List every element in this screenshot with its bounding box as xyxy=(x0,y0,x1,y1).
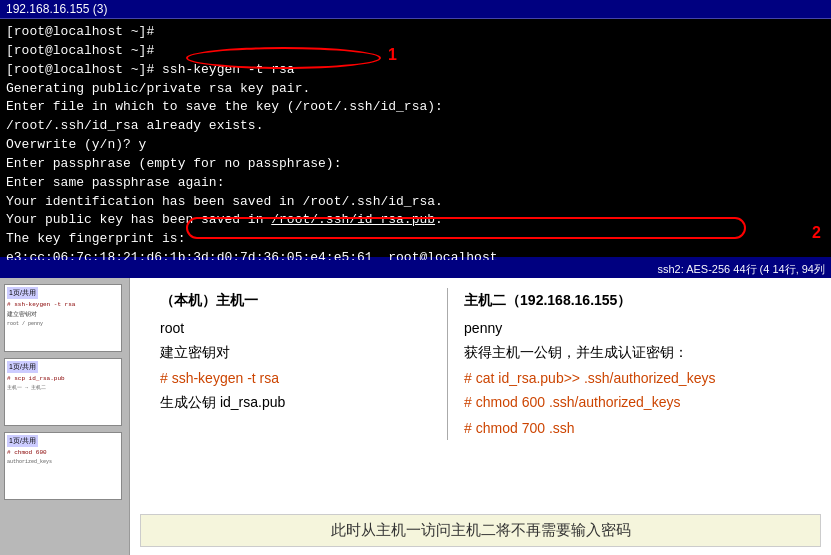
status-bar: ssh2: AES-256 44行 (4 14行, 94列 xyxy=(0,260,831,278)
row1-left: root xyxy=(150,316,447,340)
thumb-content-3: # chmod 600 authorized_keys xyxy=(5,447,121,467)
term-line-3: [root@localhost ~]# ssh-keygen -t rsa xyxy=(6,61,825,80)
annotation-number-1: 1 xyxy=(388,43,397,66)
status-text: ssh2: AES-256 44行 (4 14行, 94列 xyxy=(657,262,825,277)
thumb-label-1: 1页/共用 xyxy=(7,287,38,299)
thumb-content-2: # scp id_rsa.pub 主机一 → 主机二 xyxy=(5,373,121,393)
row2-left: 建立密钥对 xyxy=(150,340,447,366)
term-line-4: Generating public/private rsa key pair. xyxy=(6,80,825,99)
row3-left: # ssh-keygen -t rsa xyxy=(150,366,447,390)
term-line-8: Enter passphrase (empty for no passphras… xyxy=(6,155,825,174)
table-row: # chmod 700 .ssh xyxy=(150,416,811,440)
term-line-12: The key fingerprint is: xyxy=(6,230,825,249)
terminal-window: 192.168.16.155 (3) [root@localhost ~]# [… xyxy=(0,0,831,260)
term-line-7: Overwrite (y/n)? y xyxy=(6,136,825,155)
terminal-title: 192.168.16.155 (3) xyxy=(6,2,107,16)
row4-right: # chmod 600 .ssh/authorized_keys xyxy=(454,390,811,416)
content-area: 1页/共用 # ssh-keygen -t rsa 建立密钥对 root / p… xyxy=(0,278,831,555)
terminal-content[interactable]: [root@localhost ~]# [root@localhost ~]# … xyxy=(0,19,831,257)
row5-right: # chmod 700 .ssh xyxy=(454,416,811,440)
slide-table: （本机）主机一 主机二（192.168.16.155） root penny 建… xyxy=(150,288,811,440)
row1-right: penny xyxy=(454,316,811,340)
terminal-titlebar: 192.168.16.155 (3) xyxy=(0,0,831,19)
table-header-row: （本机）主机一 主机二（192.168.16.155） xyxy=(150,288,811,316)
term-line-13: e3:cc:06:7c:18:21:d6:1b:3d:d0:7d:36:05:e… xyxy=(6,249,825,260)
annotation-number-2: 2 xyxy=(812,221,821,244)
bottom-banner: 此时从主机一访问主机二将不再需要输入密码 xyxy=(140,514,821,547)
term-line-11: Your public key has been saved in /root/… xyxy=(6,211,825,230)
thumb-label-3: 1页/共用 xyxy=(7,435,38,447)
thumb-content-1: # ssh-keygen -t rsa 建立密钥对 root / penny xyxy=(5,299,121,329)
thumb-label-2: 1页/共用 xyxy=(7,361,38,373)
col1-header: （本机）主机一 xyxy=(150,288,447,316)
thumbnail-2[interactable]: 1页/共用 # scp id_rsa.pub 主机一 → 主机二 xyxy=(4,358,122,426)
row4-left: 生成公钥 id_rsa.pub xyxy=(150,390,447,416)
term-line-10: Your identification has been saved in /r… xyxy=(6,193,825,212)
thumbnail-3[interactable]: 1页/共用 # chmod 600 authorized_keys xyxy=(4,432,122,500)
col2-header: 主机二（192.168.16.155） xyxy=(454,288,811,316)
table-row: 生成公钥 id_rsa.pub # chmod 600 .ssh/authori… xyxy=(150,390,811,416)
term-line-2: [root@localhost ~]# xyxy=(6,42,825,61)
thumbnail-1[interactable]: 1页/共用 # ssh-keygen -t rsa 建立密钥对 root / p… xyxy=(4,284,122,352)
sidebar: 1页/共用 # ssh-keygen -t rsa 建立密钥对 root / p… xyxy=(0,278,130,555)
table-row: # ssh-keygen -t rsa # cat id_rsa.pub>> .… xyxy=(150,366,811,390)
term-line-6: /root/.ssh/id_rsa already exists. xyxy=(6,117,825,136)
term-line-1: [root@localhost ~]# xyxy=(6,23,825,42)
term-line-5: Enter file in which to save the key (/ro… xyxy=(6,98,825,117)
table-row: 建立密钥对 获得主机一公钥，并生成认证密钥： xyxy=(150,340,811,366)
main-slide: （本机）主机一 主机二（192.168.16.155） root penny 建… xyxy=(130,278,831,555)
table-row: root penny xyxy=(150,316,811,340)
row3-right: # cat id_rsa.pub>> .ssh/authorized_keys xyxy=(454,366,811,390)
slide-inner: （本机）主机一 主机二（192.168.16.155） root penny 建… xyxy=(130,278,831,508)
term-line-9: Enter same passphrase again: xyxy=(6,174,825,193)
row5-left xyxy=(150,416,447,440)
row2-right: 获得主机一公钥，并生成认证密钥： xyxy=(454,340,811,366)
